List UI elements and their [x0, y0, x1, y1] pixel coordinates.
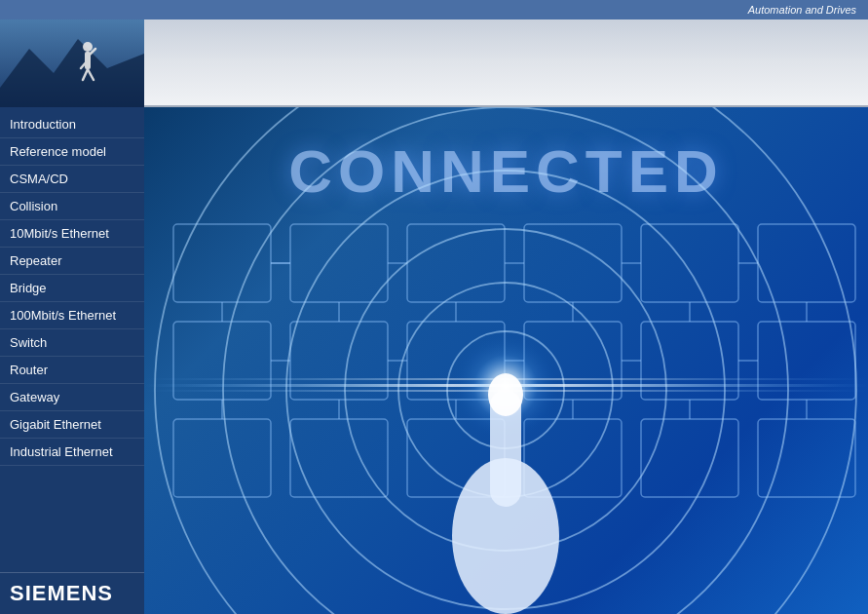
- content-area: CONNECTED: [144, 19, 868, 614]
- header-image: [0, 19, 144, 107]
- sidebar-item-introduction[interactable]: Introduction: [0, 111, 144, 138]
- svg-rect-10: [407, 224, 505, 302]
- circuit-overlay: [144, 107, 868, 614]
- svg-rect-19: [758, 322, 855, 400]
- siemens-logo: SIEMENS: [0, 572, 144, 614]
- sidebar-item-bridge[interactable]: Bridge: [0, 275, 144, 302]
- svg-rect-25: [758, 419, 855, 497]
- top-bar: Automation and Drives: [0, 0, 868, 19]
- content-image: CONNECTED: [144, 107, 868, 614]
- svg-rect-21: [290, 419, 388, 497]
- svg-point-60: [488, 373, 523, 416]
- svg-rect-20: [173, 419, 271, 497]
- svg-rect-11: [524, 224, 622, 302]
- sidebar-item-reference-model[interactable]: Reference model: [0, 138, 144, 166]
- sidebar-item-industrial-ethernet[interactable]: Industrial Ethernet: [0, 439, 144, 466]
- sidebar-item-switch[interactable]: Switch: [0, 329, 144, 357]
- sidebar-item-10mbit-ethernet[interactable]: 10Mbit/s Ethernet: [0, 220, 144, 248]
- svg-rect-15: [290, 322, 388, 400]
- sidebar: IntroductionReference modelCSMA/CDCollis…: [0, 19, 144, 614]
- logo-area: [0, 19, 144, 107]
- svg-rect-24: [641, 419, 738, 497]
- sidebar-item-router[interactable]: Router: [0, 357, 144, 384]
- sidebar-item-collision[interactable]: Collision: [0, 193, 144, 220]
- main-layout: IntroductionReference modelCSMA/CDCollis…: [0, 19, 868, 614]
- sidebar-item-csma-cd[interactable]: CSMA/CD: [0, 166, 144, 193]
- svg-rect-8: [173, 224, 271, 302]
- svg-rect-13: [758, 224, 855, 302]
- header-illustration: [0, 19, 144, 107]
- sidebar-item-repeater[interactable]: Repeater: [0, 248, 144, 275]
- svg-point-2: [83, 42, 93, 52]
- svg-rect-14: [173, 322, 271, 400]
- content-header: [144, 19, 868, 107]
- svg-rect-12: [641, 224, 738, 302]
- tagline: Automation and Drives: [748, 4, 856, 16]
- nav-menu: IntroductionReference modelCSMA/CDCollis…: [0, 107, 144, 572]
- sidebar-item-100mbit-ethernet[interactable]: 100Mbit/s Ethernet: [0, 302, 144, 329]
- sidebar-item-gateway[interactable]: Gateway: [0, 384, 144, 411]
- sidebar-item-gigabit-ethernet[interactable]: Gigabit Ethernet: [0, 411, 144, 439]
- svg-rect-9: [290, 224, 388, 302]
